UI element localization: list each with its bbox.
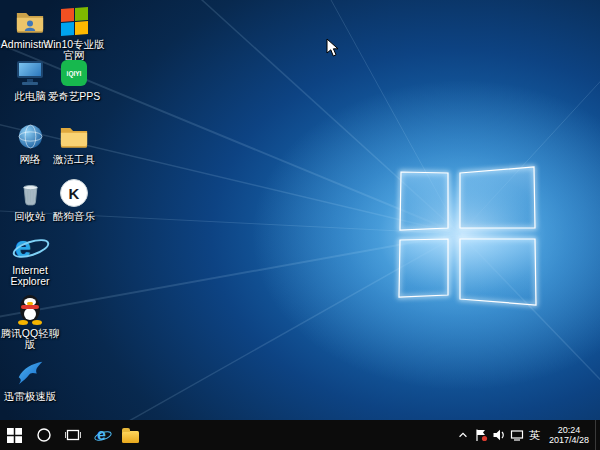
- kugou-icon: K: [59, 178, 89, 208]
- language-indicator[interactable]: 英: [526, 420, 543, 450]
- tray-date: 2017/4/28: [549, 435, 589, 446]
- desktop-icon-label: 网络: [20, 154, 41, 165]
- taskbar-internet-explorer-button[interactable]: e: [87, 420, 116, 450]
- internet-explorer-icon: e: [15, 232, 45, 262]
- search-button[interactable]: [29, 420, 58, 450]
- windows-logo-icon: [7, 428, 22, 443]
- qq-penguin-icon: [15, 295, 45, 325]
- hidden-icons-button[interactable]: [454, 420, 471, 450]
- taskbar: e 英: [0, 420, 600, 450]
- system-tray: 英 20:24 2017/4/28: [454, 420, 600, 450]
- desktop-icon-label: 爱奇艺PPS: [48, 91, 101, 102]
- thunder-bird-icon: [15, 358, 45, 388]
- desktop[interactable]: Administra... Win10专业版官网 此电脑 iQIYI 爱奇艺PP…: [0, 0, 600, 420]
- desktop-icon-thunder[interactable]: 迅雷极速版: [0, 358, 60, 402]
- computer-monitor-icon: [15, 58, 45, 88]
- task-view-icon: [65, 427, 81, 443]
- desktop-icon-activation-tools[interactable]: 激活工具: [42, 121, 106, 165]
- network-display-icon: [510, 428, 524, 442]
- search-circle-icon: [36, 427, 52, 443]
- iqiyi-icon: iQIYI: [59, 58, 89, 88]
- tray-security-flag-button[interactable]: [472, 420, 489, 450]
- start-button[interactable]: [0, 420, 29, 450]
- tray-volume-button[interactable]: [490, 420, 507, 450]
- desktop-icon-label: 迅雷极速版: [4, 391, 57, 402]
- internet-explorer-icon: e: [97, 427, 106, 443]
- taskbar-file-explorer-button[interactable]: [116, 420, 145, 450]
- chevron-up-icon: [457, 429, 469, 441]
- desktop-icon-label: 酷狗音乐: [53, 211, 95, 222]
- show-desktop-button[interactable]: [595, 420, 600, 450]
- desktop-icon-internet-explorer[interactable]: e Internet Explorer: [0, 232, 60, 287]
- folder-icon: [59, 121, 89, 151]
- desktop-icon-qq[interactable]: 腾讯QQ轻聊版: [0, 295, 60, 350]
- task-view-button[interactable]: [58, 420, 87, 450]
- desktop-icon-label: 激活工具: [53, 154, 95, 165]
- taskbar-clock[interactable]: 20:24 2017/4/28: [544, 425, 594, 446]
- recycle-bin-icon: [15, 178, 45, 208]
- desktop-icon-win10-website[interactable]: Win10专业版官网: [42, 6, 106, 61]
- windows-colored-flag-icon: [59, 6, 89, 36]
- tray-time: 20:24: [558, 425, 581, 436]
- user-folder-icon: [15, 6, 45, 36]
- network-globe-icon: [15, 121, 45, 151]
- speaker-icon: [492, 428, 506, 442]
- file-explorer-folder-icon: [122, 431, 139, 443]
- desktop-icon-kugou[interactable]: K 酷狗音乐: [42, 178, 106, 222]
- flag-icon: [474, 428, 488, 442]
- tray-network-button[interactable]: [508, 420, 525, 450]
- desktop-icon-iqiyi[interactable]: iQIYI 爱奇艺PPS: [42, 58, 106, 102]
- desktop-icon-label: 腾讯QQ轻聊版: [0, 328, 60, 350]
- desktop-icon-label: Internet Explorer: [0, 265, 60, 287]
